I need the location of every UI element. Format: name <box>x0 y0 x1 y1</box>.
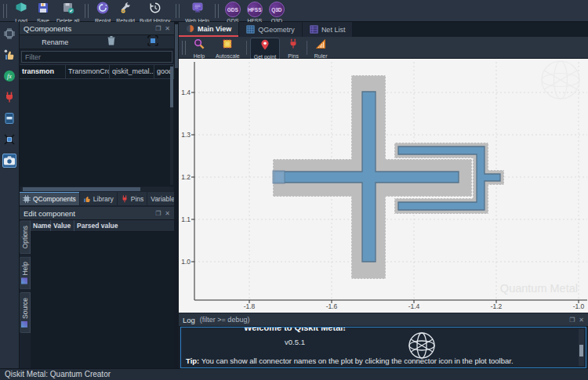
save-button[interactable]: Save <box>33 1 53 24</box>
plot-toolbar: Help Autoscale Get point Pins Ruler <box>179 37 588 59</box>
gds-icon: GDS <box>225 2 241 17</box>
component-name-cell: transmon <box>20 65 66 78</box>
function-fx-icon[interactable]: fx <box>2 69 16 83</box>
qgeometry-icon <box>246 25 255 34</box>
close-icon[interactable]: ✕ <box>579 317 584 324</box>
log-version-text: v0.5.1 <box>197 338 393 346</box>
rebuild-button[interactable]: Rebuild <box>114 1 136 24</box>
toolbar-drag-handle[interactable] <box>176 4 180 18</box>
splitter-thumb[interactable] <box>175 24 178 68</box>
filter-input[interactable] <box>21 51 172 63</box>
tab-net-list[interactable]: Net List <box>303 22 353 37</box>
source-tab-icon <box>22 321 28 328</box>
delete-all-button[interactable]: Delete all <box>55 1 81 24</box>
plot-watermark: Quantum Metal <box>500 282 578 295</box>
delete-component-button[interactable] <box>107 35 116 49</box>
build-history-button[interactable]: Build History <box>138 1 172 24</box>
toolbar-drag-handle[interactable] <box>215 4 219 18</box>
scrollbar-thumb[interactable] <box>170 67 173 107</box>
export-group: GDS GDS HFSS HFSS Q3D Q3D <box>220 1 289 24</box>
x-tick: -1.2 <box>484 302 509 310</box>
get-point-pin-icon <box>260 39 270 53</box>
library-icon <box>83 195 91 203</box>
toolbar-separator <box>307 41 307 55</box>
plug-icon[interactable] <box>2 90 16 104</box>
q3d-button[interactable]: Q3D Q3D <box>267 1 287 24</box>
file-group: Load Save Delete all <box>9 1 83 24</box>
table-row-transmon[interactable]: transmon TransmonCross qiskit_metal.... … <box>20 65 174 79</box>
camera-icon[interactable] <box>2 154 16 168</box>
web-help-button[interactable]: Web Help <box>183 1 211 24</box>
zoom-to-component-button[interactable] <box>147 35 158 49</box>
x-tick: -1.4 <box>401 302 426 310</box>
chip-icon[interactable] <box>2 27 16 41</box>
x-tick: -1.8 <box>237 302 262 310</box>
tab-qgeometry[interactable]: QGeometry <box>239 22 302 37</box>
ruler-icon <box>315 38 326 52</box>
ruler-button[interactable]: Ruler <box>310 38 331 60</box>
y-tick: 1.3 <box>179 131 191 139</box>
tab-options[interactable]: Options <box>20 220 31 254</box>
main-view-icon <box>186 24 194 33</box>
get-point-button[interactable]: Get point <box>250 38 280 61</box>
log-tip-text: Tip: You can show all connector names on… <box>186 356 514 365</box>
vertical-scrollbar[interactable] <box>170 66 173 185</box>
pins-button[interactable]: Pins <box>283 38 303 60</box>
scrollbar-thumb[interactable] <box>23 187 140 191</box>
chip-small-icon <box>23 195 31 203</box>
scrollbar-thumb[interactable] <box>579 345 583 356</box>
float-icon[interactable]: ❐ <box>155 210 161 217</box>
net-list-icon <box>310 25 318 34</box>
load-button[interactable]: Load <box>11 1 31 24</box>
log-content[interactable]: Welcome to Qiskit Metal! v0.5.1 Tip: You… <box>180 327 586 368</box>
pins-icon <box>121 195 129 203</box>
close-icon[interactable]: ✕ <box>165 25 170 32</box>
y-tick: 1.1 <box>179 215 191 223</box>
x-tick: -1.6 <box>319 302 344 310</box>
horizontal-scrollbar[interactable] <box>21 187 172 191</box>
float-icon[interactable]: ❐ <box>569 317 575 324</box>
build-thumbs-up-icon[interactable] <box>2 48 16 62</box>
status-text: Qiskit Metal: Quantum Creator <box>5 370 111 378</box>
float-icon[interactable]: ❐ <box>155 25 161 32</box>
component-class-cell: TransmonCross <box>66 65 110 78</box>
tab-library[interactable]: Library <box>80 192 117 205</box>
tab-pins[interactable]: Pins <box>118 192 147 205</box>
top-toolbar: Load Save Delete all Replot Rebuild Buil… <box>0 0 588 22</box>
edit-component-header: Name Value Parsed value <box>31 220 174 232</box>
rebuild-icon <box>119 2 132 17</box>
edit-side-tabs: Options Help Source <box>20 220 31 333</box>
hfss-button[interactable]: HFSS HFSS <box>245 1 265 24</box>
tab-source[interactable]: Source <box>20 292 31 333</box>
plot-canvas[interactable]: Quantum Metal 1.4 1.3 1.2 1.1 1.0 -1.8 -… <box>179 59 588 313</box>
y-tick: 1.2 <box>179 173 191 181</box>
build-group: Replot Rebuild Build History <box>90 1 174 24</box>
tab-main-view[interactable]: Main View <box>179 22 238 37</box>
log-scrollbar[interactable] <box>579 329 584 366</box>
replot-icon <box>96 2 109 17</box>
edit-component-title: Edit component <box>24 209 151 218</box>
toolbar-separator <box>246 41 247 55</box>
tab-qcomponents[interactable]: QComponents <box>20 192 79 205</box>
toolbar-drag-handle[interactable] <box>3 4 7 18</box>
column-parsed-value: Parsed value <box>74 220 174 231</box>
notebook-icon[interactable] <box>2 111 16 125</box>
toolbar-drag-handle[interactable] <box>85 4 89 18</box>
main-view-tabbar: Main View QGeometry Net List <box>179 22 588 37</box>
svg-text:fx: fx <box>7 73 12 80</box>
gds-button[interactable]: GDS GDS <box>223 1 243 24</box>
rename-button[interactable]: Rename <box>35 38 74 47</box>
plot-help-button[interactable]: Help <box>189 38 209 60</box>
toolbar-drag-handle[interactable] <box>182 41 186 55</box>
main-area: Main View QGeometry Net List Help Autosc… <box>179 22 588 368</box>
pin-marker <box>273 171 285 183</box>
log-welcome-text: Welcome to Qiskit Metal! <box>197 327 393 332</box>
x-tick: -1.0 <box>566 302 588 310</box>
expand-fit-icon[interactable] <box>2 132 16 147</box>
close-icon[interactable]: ✕ <box>165 210 170 217</box>
autoscale-button[interactable]: Autoscale <box>212 38 243 60</box>
qcomponents-titlebar: QComponents ❐ ✕ <box>20 22 174 35</box>
y-tick: 1.4 <box>179 89 191 96</box>
replot-button[interactable]: Replot <box>93 1 113 24</box>
tab-help[interactable]: Help <box>20 256 31 289</box>
